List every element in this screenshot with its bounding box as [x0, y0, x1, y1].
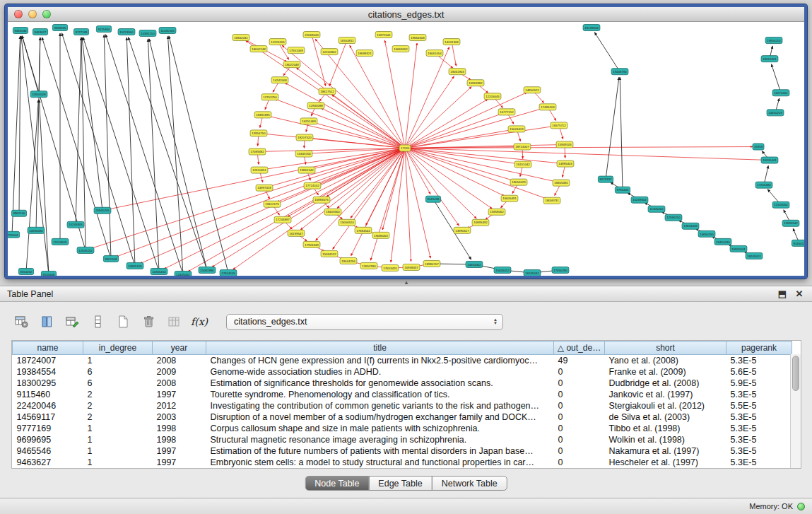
graph-node[interactable]: 9794405	[615, 187, 630, 193]
graph-node[interactable]: 15958062	[488, 209, 505, 215]
graph-node[interactable]: 17485203	[539, 104, 556, 110]
graph-node[interactable]: 17240	[399, 145, 411, 151]
graph-node[interactable]: 10245905	[67, 221, 84, 228]
tab-network-table[interactable]: Network Table	[432, 476, 507, 491]
graph-node[interactable]: 12652930	[360, 262, 377, 269]
graph-node[interactable]: 9245012	[792, 240, 804, 246]
graph-node[interactable]: 16274401	[772, 90, 789, 96]
close-panel-icon[interactable]: ✕	[794, 288, 805, 300]
column-header-pagerank[interactable]: pagerank	[726, 341, 792, 355]
graph-node[interactable]: 16983075	[313, 197, 330, 203]
graph-node[interactable]: 9465546	[13, 28, 28, 34]
table-row[interactable]: 1456911722003Disruption of a novel membe…	[13, 411, 792, 423]
graph-node[interactable]: 16805492	[553, 180, 570, 186]
column-header-name[interactable]: name	[13, 341, 83, 355]
network-view-window[interactable]: citations_edges.txt 17240186175121294009…	[5, 4, 807, 279]
graph-node[interactable]: 19448794	[611, 69, 628, 75]
column-header-in_degree[interactable]: in_degree	[83, 341, 153, 355]
graph-node[interactable]: 8679197	[598, 176, 613, 182]
network-canvas[interactable]: 1724018617512129400981625146918207520153…	[8, 22, 804, 276]
graph-node[interactable]: 16895492	[472, 219, 489, 226]
graph-node[interactable]: 14850522	[524, 87, 541, 93]
graph-node[interactable]: 9463627	[33, 29, 47, 35]
table-scrollbar[interactable]	[790, 354, 801, 468]
graph-node[interactable]: 18381895	[254, 112, 271, 118]
graph-node[interactable]: 18724007	[514, 144, 531, 150]
graph-node[interactable]: 20560205	[94, 207, 111, 214]
graph-node[interactable]: 15345706	[295, 151, 312, 157]
table-scrollbar-thumb[interactable]	[792, 356, 799, 391]
graph-node[interactable]: 18139504	[583, 25, 600, 31]
graph-node[interactable]: 18058731	[543, 197, 560, 204]
graph-node[interactable]: 18698321	[356, 50, 373, 57]
graph-node[interactable]: 15056524	[339, 219, 355, 226]
window-titlebar[interactable]: citations_edges.txt	[8, 7, 804, 22]
show-columns-button[interactable]	[38, 313, 55, 330]
graph-node[interactable]: 9135405	[41, 271, 56, 276]
graph-node[interactable]: 14997418	[256, 185, 273, 191]
graph-node[interactable]: 12590210	[665, 214, 682, 221]
graph-node[interactable]: 17653420	[382, 264, 399, 271]
graph-node[interactable]: 22068043	[303, 32, 320, 38]
table-row[interactable]: 946362711997Embryonic stem cells: a mode…	[13, 457, 792, 468]
delete-table-button[interactable]	[140, 313, 157, 330]
graph-node[interactable]: 17654105	[220, 269, 237, 276]
function-builder-button[interactable]: f(x)	[191, 313, 208, 330]
graph-node[interactable]: 18444256	[340, 257, 357, 264]
graph-node[interactable]: 9145458	[425, 196, 440, 202]
graph-node[interactable]: 15972041	[375, 32, 392, 38]
graph-node[interactable]: 13954750	[250, 130, 267, 136]
table-row[interactable]: 969969511998Structural magnetic resonanc…	[13, 434, 792, 445]
graph-node[interactable]: 9115460	[96, 26, 111, 33]
import-table-button[interactable]	[165, 313, 182, 330]
graph-node[interactable]: 14241308	[443, 39, 460, 45]
graph-node[interactable]: 19861542	[298, 167, 315, 173]
graph-node[interactable]: 16963982	[467, 80, 484, 86]
graph-node[interactable]: 12220842	[321, 49, 338, 55]
graph-node[interactable]: 11154505	[52, 238, 69, 245]
graph-node[interactable]: 9699695	[52, 25, 67, 31]
graph-node[interactable]: 18245012	[746, 252, 763, 259]
minimize-window-button[interactable]	[28, 10, 37, 18]
table-row[interactable]: 946554611997Estimation of the future num…	[13, 445, 792, 457]
graph-node[interactable]: 16663052	[392, 46, 409, 52]
graph-node[interactable]: 15949105	[556, 141, 573, 148]
graph-node[interactable]: 13990617	[454, 227, 471, 233]
graph-node[interactable]: 17205494	[755, 182, 772, 188]
graph-node[interactable]: 14650250	[698, 230, 715, 237]
zoom-window-button[interactable]	[42, 10, 51, 18]
graph-node[interactable]: 12103054	[772, 201, 789, 208]
graph-node[interactable]: 18061054	[426, 50, 443, 57]
graph-node[interactable]: 16151042	[514, 161, 531, 168]
graph-node[interactable]: 15405012	[494, 267, 511, 273]
graph-node[interactable]: 17234897	[274, 216, 291, 223]
splitter-grip[interactable]: ▴	[401, 279, 412, 286]
graph-node[interactable]: 17924349	[303, 241, 320, 247]
table-selector-dropdown[interactable]: citations_edges.txt ▲▼	[226, 314, 503, 330]
graph-node[interactable]: 17450290	[552, 267, 569, 273]
graph-node[interactable]: 18054029	[510, 179, 527, 185]
graph-node[interactable]: 11305462	[648, 206, 665, 212]
edit-table-button[interactable]	[64, 313, 81, 330]
graph-node[interactable]: 12205645	[484, 93, 501, 100]
rows-button[interactable]	[89, 313, 106, 330]
graph-node[interactable]: 16942031	[233, 35, 249, 41]
tab-node-table[interactable]: Node Table	[305, 476, 369, 491]
graph-node[interactable]: 15024419	[508, 126, 525, 132]
graph-node[interactable]: 17085682	[249, 148, 266, 155]
graph-node[interactable]: 15958	[753, 144, 764, 150]
graph-node[interactable]: 8755504	[8, 231, 20, 238]
graph-node[interactable]: 17724102	[304, 182, 321, 189]
graph-node[interactable]: 10391210	[139, 30, 156, 37]
graph-node[interactable]: 16938437	[403, 264, 420, 270]
graph-node[interactable]: 12753750	[261, 94, 278, 100]
graph-node[interactable]: 9777169	[73, 29, 88, 35]
graph-node[interactable]: 12940098	[307, 103, 324, 109]
graph-node[interactable]: 13654049	[682, 223, 699, 229]
column-header-title[interactable]: title	[206, 341, 554, 355]
graph-node[interactable]: 18207520	[296, 134, 313, 141]
graph-node[interactable]: 8554052	[18, 268, 33, 274]
graph-node[interactable]: 16777212	[498, 109, 515, 115]
graph-node[interactable]: 15094122	[321, 250, 338, 257]
column-header-short[interactable]: short	[605, 341, 726, 355]
